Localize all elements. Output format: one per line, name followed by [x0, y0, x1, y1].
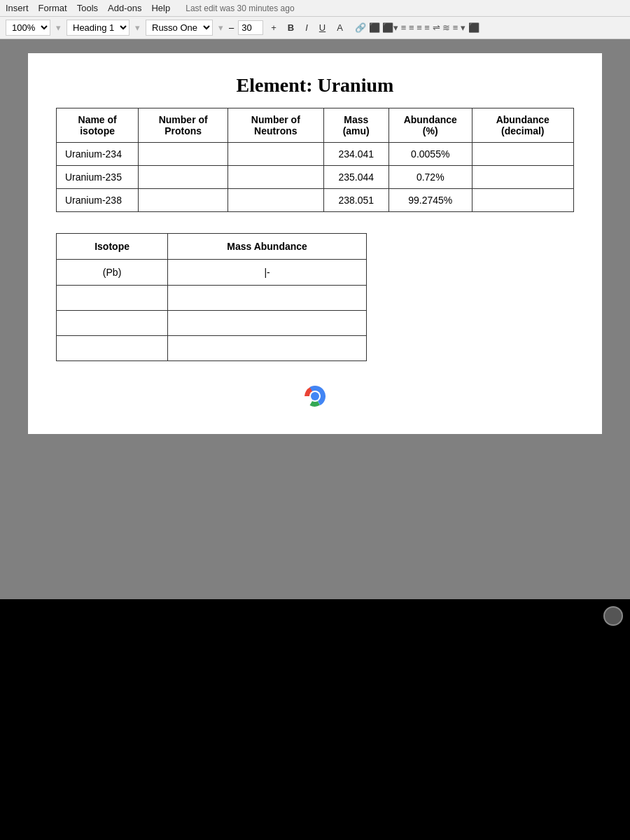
table-row: (Pb) |- [57, 260, 367, 286]
document-area: Element: Uranium Name of isotope Number … [0, 39, 630, 599]
page: Element: Uranium Name of isotope Number … [28, 53, 602, 434]
zoom-select[interactable]: 100% [6, 20, 50, 36]
cell-abundance-pct: 0.0055% [388, 143, 472, 166]
text-color-button[interactable]: A [333, 21, 346, 34]
separator-3: ▾ [217, 22, 225, 33]
cell-isotope [57, 311, 168, 336]
col-header-mass: Mass (amu) [323, 108, 388, 143]
separator-dash: – [229, 22, 234, 33]
table-row [57, 336, 367, 361]
svg-point-2 [311, 392, 319, 400]
chrome-icon-area [56, 382, 574, 413]
separator-1: ▾ [55, 22, 62, 33]
italic-button[interactable]: I [302, 21, 312, 34]
col-header-abundance-pct: Abundance (%) [388, 108, 472, 143]
cell-mass: 234.041 [323, 143, 388, 166]
cell-neutrons [228, 189, 323, 212]
col-header-name: Name of isotope [57, 108, 139, 143]
circle-button[interactable] [603, 606, 623, 626]
cell-protons [139, 143, 228, 166]
font-size-plus[interactable]: + [267, 21, 280, 34]
menu-tools[interactable]: Tools [77, 3, 98, 13]
font-select[interactable]: Russo One [146, 20, 213, 36]
style-select[interactable]: Heading 1 [66, 20, 130, 36]
col-header-neutrons: Number of Neutrons [228, 108, 323, 143]
cell-protons [139, 189, 228, 212]
document-title: Element: Uranium [56, 74, 574, 97]
uranium-table: Name of isotope Number of Protons Number… [56, 108, 574, 212]
table-row: Uranium-235 235.044 0.72% [57, 166, 574, 189]
cell-abundance-dec [472, 166, 573, 189]
underline-button[interactable]: U [316, 21, 329, 34]
cell-mass-abundance [168, 336, 367, 361]
menu-format[interactable]: Format [38, 3, 67, 13]
menu-addons[interactable]: Add-ons [108, 3, 141, 13]
font-size-input[interactable] [238, 20, 263, 35]
cell-mass: 235.044 [323, 166, 388, 189]
cell-mass-abundance: |- [168, 260, 367, 286]
cell-name: Uranium-234 [57, 143, 139, 166]
cell-neutrons [228, 166, 323, 189]
menu-help[interactable]: Help [151, 3, 170, 13]
menu-insert[interactable]: Insert [6, 3, 29, 13]
cell-name: Uranium-235 [57, 166, 139, 189]
col2-header-mass-abundance: Mass Abundance [168, 234, 367, 260]
col-header-protons: Number of Protons [139, 108, 228, 143]
cell-isotope [57, 336, 168, 361]
cell-protons [139, 166, 228, 189]
col2-header-isotope: Isotope [57, 234, 168, 260]
toolbar: 100% ▾ Heading 1 ▾ Russo One ▾ – + B I U… [0, 17, 630, 39]
cell-mass: 238.051 [323, 189, 388, 212]
cell-name: Uranium-238 [57, 189, 139, 212]
bold-button[interactable]: B [284, 21, 298, 34]
chrome-icon [301, 382, 329, 410]
menu-bar: Insert Format Tools Add-ons Help Last ed… [0, 0, 630, 17]
col-header-abundance-dec: Abundance (decimal) [472, 108, 573, 143]
cell-abundance-dec [472, 189, 573, 212]
last-edit-label: Last edit was 30 minutes ago [186, 4, 294, 13]
table-row: Uranium-234 234.041 0.0055% [57, 143, 574, 166]
second-table: Isotope Mass Abundance (Pb) |- [56, 233, 367, 361]
table-row: Uranium-238 238.051 99.2745% [57, 189, 574, 212]
cell-neutrons [228, 143, 323, 166]
cell-isotope: (Pb) [57, 260, 168, 286]
separator-2: ▾ [134, 22, 141, 33]
cell-abundance-dec [472, 143, 573, 166]
cell-isotope [57, 286, 168, 311]
cell-mass-abundance [168, 286, 367, 311]
cell-mass-abundance [168, 311, 367, 336]
table-row [57, 311, 367, 336]
cell-abundance-pct: 99.2745% [388, 189, 472, 212]
cell-abundance-pct: 0.72% [388, 166, 472, 189]
toolbar-extra: 🔗 ⬛ ⬛▾ ≡ ≡ ≡ ≡ ⇌ ≋ ≡ ▾ ⬛ [355, 22, 479, 33]
table-row [57, 286, 367, 311]
black-area [0, 599, 630, 840]
